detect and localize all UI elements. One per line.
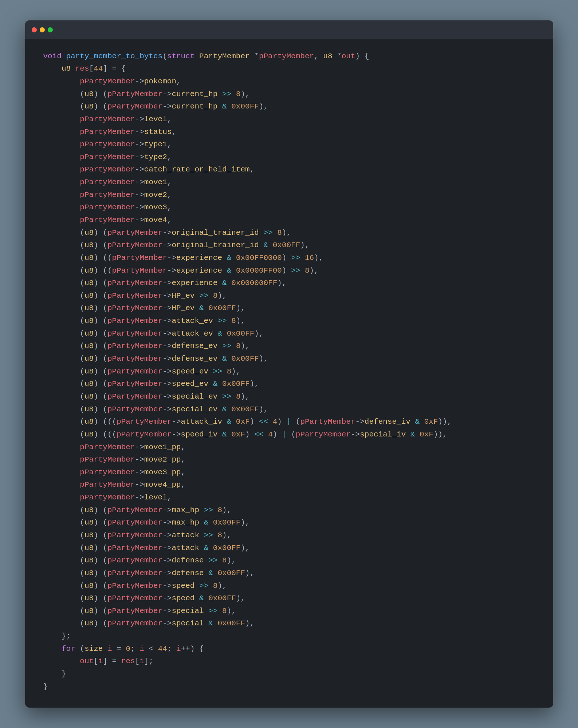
maximize-button[interactable] xyxy=(48,27,53,32)
close-button[interactable] xyxy=(32,27,37,32)
minimize-button[interactable] xyxy=(40,27,45,32)
titlebar xyxy=(25,20,553,39)
code-editor[interactable]: void party_member_to_bytes(struct PartyM… xyxy=(25,39,553,708)
editor-window: void party_member_to_bytes(struct PartyM… xyxy=(25,20,553,708)
